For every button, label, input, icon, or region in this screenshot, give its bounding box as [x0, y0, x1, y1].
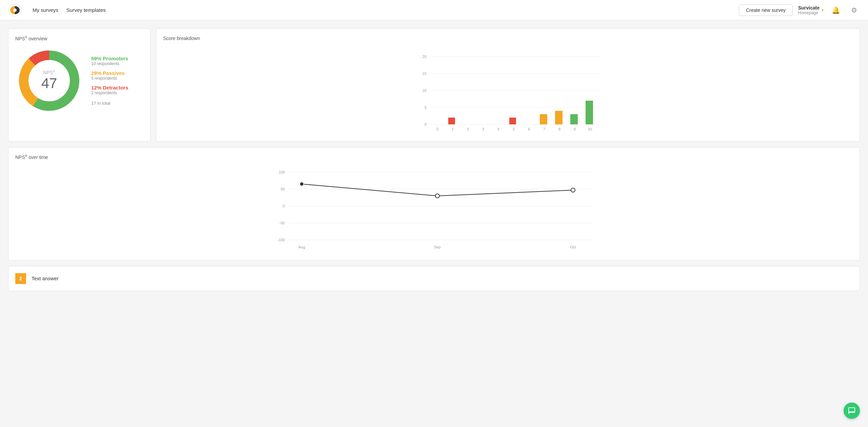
score-breakdown-chart: 20 15 10 5 0 0 1	[163, 46, 853, 135]
svg-text:1: 1	[452, 127, 454, 131]
total-respondents: 17 in total	[91, 101, 128, 106]
svg-text:10: 10	[422, 88, 427, 93]
header: My surveys Survey templates Create new s…	[0, 0, 868, 20]
chevron-down-icon: ▾	[822, 8, 824, 13]
donut-center: NPS® 47	[41, 69, 57, 92]
promoters-pct: 59% Promoters	[91, 56, 128, 61]
detractors-respondents: 2 respondents	[91, 90, 128, 95]
svg-text:Sep: Sep	[434, 245, 441, 249]
svg-text:3: 3	[482, 127, 484, 131]
svg-text:Oct: Oct	[570, 245, 576, 249]
svg-point-48	[571, 188, 575, 192]
passives-respondents: 5 respondents	[91, 76, 128, 81]
score-breakdown-card: Score breakdown 20 15 10 5 0	[156, 28, 860, 142]
nps-content: NPS® 47 59% Promoters 10 respondents 29%…	[15, 47, 143, 115]
svg-text:5: 5	[425, 105, 427, 109]
donut-chart: NPS® 47	[15, 47, 83, 115]
svg-text:2: 2	[467, 127, 469, 131]
nps-over-time-chart: 100 50 0 -50 -100 Aug Sep Oct	[15, 165, 853, 253]
notifications-button[interactable]: 🔔	[829, 3, 843, 17]
svg-text:20: 20	[422, 55, 427, 59]
text-answer-card: 2 Text answer	[8, 266, 860, 291]
nav: My surveys Survey templates	[33, 6, 739, 14]
svg-text:8: 8	[558, 127, 560, 131]
svg-rect-25	[540, 114, 547, 124]
top-cards-row: NPS® overview	[8, 28, 860, 142]
question-number: 2	[15, 273, 26, 284]
header-right: Create new survey Survicate Homepage ▾ 🔔…	[739, 3, 860, 17]
svg-rect-27	[555, 111, 563, 124]
svg-text:50: 50	[281, 187, 285, 191]
svg-rect-29	[570, 114, 578, 124]
svg-text:0: 0	[425, 122, 427, 126]
nav-survey-templates[interactable]: Survey templates	[66, 6, 106, 14]
svg-text:9: 9	[574, 127, 576, 131]
nps-over-time-title: NPS® over time	[15, 154, 853, 160]
nav-my-surveys[interactable]: My surveys	[33, 6, 58, 14]
svg-text:Aug: Aug	[298, 245, 305, 249]
promoters-respondents: 10 respondents	[91, 61, 128, 66]
svg-text:100: 100	[279, 170, 285, 174]
user-name: Survicate	[798, 5, 820, 11]
passives-pct: 29% Passives	[91, 70, 128, 76]
svg-text:-50: -50	[279, 221, 285, 225]
svg-text:5: 5	[513, 127, 515, 131]
nps-label: NPS®	[41, 69, 57, 75]
svg-rect-17	[448, 118, 455, 124]
settings-button[interactable]: ⚙	[848, 3, 860, 17]
svg-point-1	[13, 8, 17, 12]
chat-support-button[interactable]	[844, 403, 860, 419]
svg-text:0: 0	[283, 204, 285, 208]
question-label: Text answer	[32, 276, 59, 281]
svg-rect-22	[509, 118, 516, 124]
main-content: NPS® overview	[0, 20, 868, 427]
svg-text:15: 15	[422, 72, 427, 76]
logo[interactable]	[8, 3, 22, 17]
detractors-pct: 12% Detractors	[91, 85, 128, 90]
svg-text:0: 0	[436, 127, 438, 131]
svg-point-47	[435, 194, 439, 198]
svg-text:4: 4	[497, 127, 499, 131]
nps-overview-title: NPS® overview	[15, 36, 143, 41]
promoters-legend: 59% Promoters 10 respondents	[91, 56, 128, 66]
svg-text:-100: -100	[277, 238, 285, 242]
svg-text:6: 6	[528, 127, 530, 131]
svg-point-46	[300, 182, 304, 186]
user-menu[interactable]: Survicate Homepage ▾	[798, 5, 824, 15]
nps-score: 47	[41, 75, 57, 92]
passives-legend: 29% Passives 5 respondents	[91, 70, 128, 81]
nps-overview-card: NPS® overview	[8, 28, 151, 142]
create-new-survey-button[interactable]: Create new survey	[739, 4, 793, 16]
detractors-legend: 12% Detractors 2 respondents	[91, 85, 128, 95]
svg-text:7: 7	[543, 127, 545, 131]
nps-legend: 59% Promoters 10 respondents 29% Passive…	[91, 56, 128, 106]
score-breakdown-title: Score breakdown	[163, 36, 853, 41]
svg-rect-31	[586, 101, 593, 124]
user-subtitle: Homepage	[798, 11, 820, 15]
svg-text:10: 10	[588, 127, 592, 131]
nps-over-time-card: NPS® over time 100 50 0 -50 -100 Au	[8, 147, 860, 261]
